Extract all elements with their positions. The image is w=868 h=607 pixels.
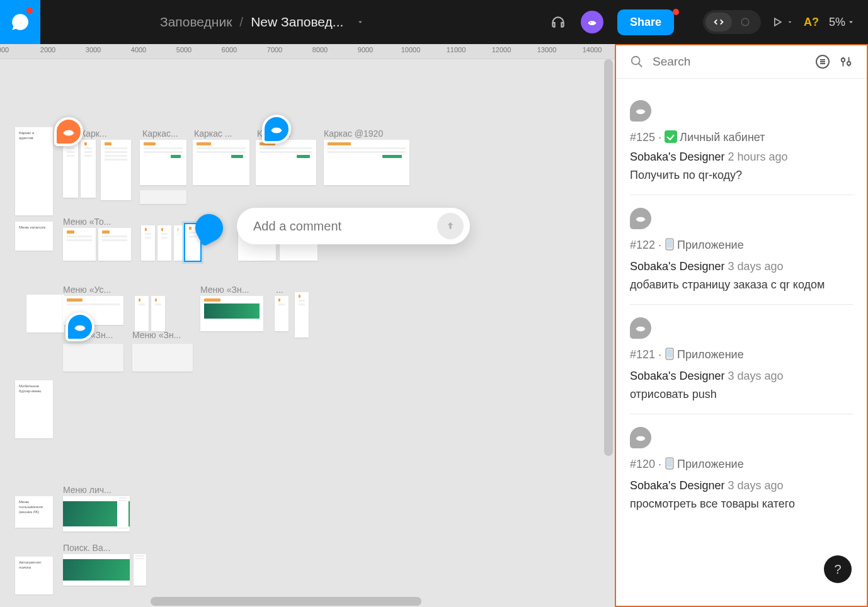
- new-comment-bubble[interactable]: [237, 208, 470, 244]
- frame[interactable]: [324, 140, 409, 185]
- ruler-tick: 12000: [492, 46, 511, 54]
- comment-item[interactable]: #120 · Приложение Sobaka's Designer 3 da…: [630, 414, 853, 523]
- frame[interactable]: [275, 296, 288, 331]
- ruler-tick: 14000: [583, 46, 602, 54]
- share-button[interactable]: Share: [617, 9, 674, 35]
- ruler-tick: 3000: [86, 46, 101, 54]
- comment-time: 3 days ago: [728, 370, 784, 382]
- svg-rect-13: [667, 240, 672, 247]
- new-comment-input[interactable]: [253, 219, 437, 234]
- zoom-select[interactable]: 5%: [829, 16, 855, 29]
- ruler-tick: 13000: [537, 46, 557, 54]
- comment-tag: Приложение: [677, 458, 744, 470]
- frame-label[interactable]: Каркас ...: [194, 128, 249, 139]
- headphones-icon[interactable]: [545, 9, 571, 35]
- comment-pin-icon[interactable]: [54, 117, 83, 146]
- frame-label[interactable]: Меню «Зн...: [200, 285, 258, 295]
- filter-lines-icon[interactable]: [815, 54, 830, 69]
- comment-item[interactable]: #125 · Личный кабинет Sobaka's Designer …: [630, 88, 853, 195]
- frame[interactable]: [174, 225, 183, 261]
- frame-label[interactable]: Поиск. Ва...: [63, 543, 126, 553]
- frame-label[interactable]: Меню «То...: [63, 217, 121, 227]
- ruler-tick: 000: [0, 46, 9, 54]
- frame[interactable]: [140, 190, 186, 204]
- phone-badge-icon: [665, 238, 675, 254]
- search-input[interactable]: [653, 55, 806, 69]
- frame-label[interactable]: Меню «Зн...: [132, 330, 190, 340]
- comment-author: Sobaka's Designer: [630, 479, 725, 492]
- frame[interactable]: [63, 344, 123, 372]
- comment-pin-icon[interactable]: [66, 312, 94, 341]
- sliders-icon[interactable]: [839, 55, 853, 69]
- design-toggle[interactable]: [732, 13, 758, 31]
- notification-dot-icon: [26, 8, 33, 14]
- frame-label[interactable]: Карк...: [81, 128, 118, 139]
- svg-rect-17: [667, 459, 672, 467]
- frame[interactable]: [151, 296, 165, 331]
- frame[interactable]: [200, 296, 263, 331]
- canvas[interactable]: 000 2000 3000 4000 5000 6000 7000 8000 9…: [0, 44, 616, 607]
- horizontal-scrollbar[interactable]: [0, 596, 602, 607]
- comment-pin-icon[interactable]: [262, 115, 291, 144]
- search-icon: [630, 55, 644, 69]
- ruler-tick: 11000: [447, 46, 466, 54]
- frame[interactable]: [101, 140, 131, 200]
- play-icon: [771, 16, 784, 28]
- svg-point-9: [842, 59, 845, 62]
- comment-body: Получить по qr-коду?: [630, 169, 853, 182]
- breadcrumb-file[interactable]: New Заповед...: [251, 14, 343, 30]
- share-notification-dot-icon: [673, 9, 679, 15]
- frame[interactable]: [157, 225, 171, 261]
- comment-item[interactable]: #121 · Приложение Sobaka's Designer 3 da…: [630, 305, 853, 414]
- breadcrumb-project[interactable]: Заповедник: [160, 14, 232, 30]
- comments-list[interactable]: #125 · Личный кабинет Sobaka's Designer …: [616, 79, 867, 598]
- frame[interactable]: [140, 140, 186, 185]
- workspace: 000 2000 3000 4000 5000 6000 7000 8000 9…: [0, 44, 868, 607]
- comment-body: отрисовать push: [630, 388, 853, 401]
- frame-label[interactable]: ...: [276, 285, 295, 295]
- comment-body: добавить страницу заказа с qr кодом: [630, 278, 853, 292]
- frame[interactable]: [295, 292, 309, 338]
- frame[interactable]: [141, 225, 155, 261]
- play-button[interactable]: [771, 16, 794, 28]
- a-help-button[interactable]: A?: [804, 16, 819, 29]
- frame[interactable]: [193, 140, 249, 185]
- app-logo[interactable]: [0, 0, 40, 44]
- frame[interactable]: [134, 554, 146, 586]
- comment-time: 3 days ago: [728, 479, 784, 492]
- comment-icon: [9, 11, 31, 33]
- frame[interactable]: [81, 140, 96, 198]
- topbar-right: Share A? 5%: [545, 9, 868, 35]
- frame-label[interactable]: Каркас @1920: [324, 128, 399, 139]
- frame[interactable]: [256, 140, 316, 185]
- section-card[interactable]: Меню пользователя (иконка ЛК): [15, 496, 53, 528]
- frame[interactable]: [117, 496, 128, 528]
- frame-label[interactable]: Каркас...: [142, 128, 188, 139]
- phone-badge-icon: [665, 457, 675, 473]
- section-card[interactable]: Автокомплит поиска: [15, 557, 53, 594]
- section-card[interactable]: Меню каталога: [15, 222, 53, 251]
- frame[interactable]: [63, 228, 96, 261]
- section-card[interactable]: [26, 295, 64, 332]
- frame[interactable]: [132, 344, 193, 372]
- section-card[interactable]: Мобильное бургер-меню: [15, 380, 53, 438]
- avatar[interactable]: [581, 11, 603, 33]
- vertical-scrollbar[interactable]: [604, 59, 613, 596]
- search-row: [616, 45, 867, 79]
- svg-point-2: [632, 57, 640, 65]
- chevron-down-icon[interactable]: [351, 18, 370, 26]
- code-toggle[interactable]: [703, 10, 761, 34]
- code-icon[interactable]: [705, 13, 732, 31]
- frame[interactable]: [63, 554, 130, 586]
- frame[interactable]: [135, 296, 149, 331]
- send-button[interactable]: [437, 213, 464, 239]
- section-card[interactable]: Каркас и адаптив: [15, 127, 53, 215]
- ruler-tick: 9000: [358, 46, 373, 54]
- frame[interactable]: [63, 140, 78, 198]
- help-fab[interactable]: ?: [824, 555, 852, 583]
- comment-item[interactable]: #122 · Приложение Sobaka's Designer 3 da…: [630, 195, 853, 305]
- frame[interactable]: [98, 228, 131, 261]
- frame-label[interactable]: Меню лич...: [63, 485, 123, 495]
- horizontal-ruler: 000 2000 3000 4000 5000 6000 7000 8000 9…: [0, 44, 615, 59]
- frame-label[interactable]: Меню «Ус...: [63, 285, 121, 295]
